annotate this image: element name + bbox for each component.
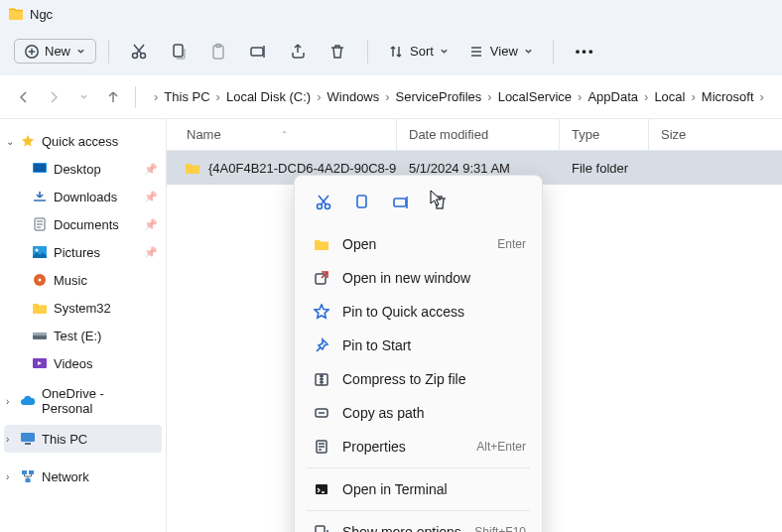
column-type[interactable]: Type bbox=[560, 119, 649, 150]
breadcrumb[interactable]: › This PC› Local Disk (C:)› Windows› Ser… bbox=[148, 87, 768, 106]
ctx-cut-button[interactable] bbox=[307, 186, 340, 219]
copy-button[interactable] bbox=[161, 34, 196, 69]
new-button[interactable]: New bbox=[14, 39, 96, 64]
chevron-down-icon bbox=[76, 47, 85, 56]
breadcrumb-item[interactable]: Ngc bbox=[766, 87, 768, 106]
downloads-icon bbox=[32, 190, 48, 203]
paste-button[interactable] bbox=[200, 34, 236, 69]
svg-rect-31 bbox=[316, 526, 325, 532]
more-button[interactable]: ••• bbox=[566, 40, 605, 63]
quick-access-group[interactable]: ⌄ Quick access bbox=[4, 127, 162, 155]
cloud-icon bbox=[20, 394, 36, 408]
svg-rect-8 bbox=[34, 164, 46, 172]
plus-icon bbox=[25, 45, 39, 59]
breadcrumb-item[interactable]: Local bbox=[650, 87, 689, 106]
sidebar-item-pictures[interactable]: Pictures📌 bbox=[4, 238, 162, 266]
column-name[interactable]: Name⌃ bbox=[167, 119, 397, 150]
ctx-open-new-window[interactable]: Open in new window bbox=[301, 261, 536, 295]
network-icon bbox=[20, 469, 36, 483]
separator bbox=[135, 86, 136, 108]
breadcrumb-item[interactable]: LocalService bbox=[494, 87, 576, 106]
ctx-open[interactable]: OpenEnter bbox=[301, 227, 536, 261]
sidebar-item-videos[interactable]: Videos bbox=[4, 349, 162, 377]
videos-icon bbox=[32, 356, 48, 370]
svg-point-22 bbox=[318, 204, 323, 209]
nav-row: › This PC› Local Disk (C:)› Windows› Ser… bbox=[0, 75, 782, 119]
sort-indicator-icon: ⌃ bbox=[281, 130, 288, 139]
forward-button[interactable] bbox=[44, 87, 64, 107]
cut-button[interactable] bbox=[121, 34, 157, 69]
chevron-right-icon: › bbox=[6, 471, 18, 482]
ctx-pin-quick-access[interactable]: Pin to Quick access bbox=[301, 295, 536, 329]
share-button[interactable] bbox=[280, 34, 316, 69]
drive-icon bbox=[32, 329, 48, 342]
quick-access-label: Quick access bbox=[42, 134, 118, 149]
ctx-pin-start[interactable]: Pin to Start bbox=[301, 329, 536, 362]
ctx-copy-path[interactable]: Copy as path bbox=[301, 396, 536, 430]
sidebar-item-music[interactable]: Music bbox=[4, 266, 162, 294]
ctx-open-terminal[interactable]: Open in Terminal bbox=[301, 472, 536, 506]
terminal-icon bbox=[311, 481, 332, 497]
titlebar: Ngc bbox=[0, 0, 782, 28]
file-type: File folder bbox=[560, 161, 649, 176]
sidebar: ⌄ Quick access Desktop📌 Downloads📌 Docum… bbox=[0, 119, 167, 532]
chevron-down-icon: ⌄ bbox=[6, 136, 18, 147]
back-button[interactable] bbox=[14, 87, 34, 107]
copy-path-icon bbox=[311, 405, 332, 421]
separator bbox=[553, 40, 554, 64]
ctx-properties[interactable]: PropertiesAlt+Enter bbox=[301, 430, 536, 464]
svg-rect-17 bbox=[21, 433, 35, 442]
ctx-show-more[interactable]: Show more optionsShift+F10 bbox=[301, 515, 536, 532]
breadcrumb-item[interactable]: AppData bbox=[584, 87, 642, 106]
breadcrumb-item[interactable]: This PC bbox=[160, 87, 213, 106]
context-icon-row bbox=[301, 182, 536, 227]
view-icon bbox=[468, 44, 484, 60]
ctx-copy-button[interactable] bbox=[345, 186, 379, 219]
column-size[interactable]: Size bbox=[649, 119, 782, 150]
sidebar-item-desktop[interactable]: Desktop📌 bbox=[4, 155, 162, 183]
pin-icon: 📌 bbox=[144, 246, 158, 259]
breadcrumb-item[interactable]: Windows bbox=[324, 87, 384, 106]
recent-button[interactable] bbox=[73, 87, 93, 107]
breadcrumb-item[interactable]: Local Disk (C:) bbox=[222, 87, 315, 106]
column-headers: Name⌃ Date modified Type Size bbox=[167, 119, 782, 151]
column-date[interactable]: Date modified bbox=[397, 119, 560, 150]
delete-button[interactable] bbox=[320, 34, 355, 69]
zip-icon bbox=[311, 371, 332, 387]
chevron-right-icon: › bbox=[6, 396, 18, 407]
sidebar-item-this-pc[interactable]: ›This PC bbox=[4, 425, 162, 453]
context-menu: OpenEnter Open in new window Pin to Quic… bbox=[294, 175, 543, 532]
sort-label: Sort bbox=[410, 44, 434, 59]
sidebar-item-onedrive[interactable]: ›OneDrive - Personal bbox=[4, 387, 162, 415]
chevron-right-icon: › bbox=[154, 89, 158, 104]
sort-icon bbox=[388, 44, 404, 60]
sidebar-item-downloads[interactable]: Downloads📌 bbox=[4, 183, 162, 210]
sidebar-item-system32[interactable]: System32 bbox=[4, 294, 162, 322]
music-icon bbox=[32, 273, 48, 287]
chevron-down-icon bbox=[524, 47, 533, 56]
separator bbox=[108, 40, 109, 64]
view-button[interactable]: View bbox=[460, 40, 541, 64]
folder-icon bbox=[32, 301, 48, 315]
folder-icon bbox=[185, 161, 200, 175]
toolbar: New Sort View ••• bbox=[0, 28, 782, 75]
sidebar-item-test-drive[interactable]: Test (E:) bbox=[4, 322, 162, 349]
svg-rect-24 bbox=[357, 196, 366, 207]
sort-button[interactable]: Sort bbox=[380, 40, 456, 64]
separator bbox=[307, 510, 530, 511]
svg-point-23 bbox=[326, 204, 330, 209]
sidebar-item-documents[interactable]: Documents📌 bbox=[4, 210, 162, 238]
ctx-compress-zip[interactable]: Compress to Zip file bbox=[301, 362, 536, 396]
svg-rect-18 bbox=[25, 443, 31, 445]
view-label: View bbox=[490, 44, 518, 59]
sidebar-item-network[interactable]: ›Network bbox=[4, 463, 162, 490]
star-icon bbox=[20, 134, 36, 148]
svg-point-11 bbox=[36, 249, 39, 252]
ctx-rename-button[interactable] bbox=[384, 186, 418, 219]
rename-button[interactable] bbox=[240, 34, 276, 69]
up-button[interactable] bbox=[103, 87, 123, 107]
svg-rect-25 bbox=[394, 199, 406, 206]
pc-icon bbox=[20, 432, 36, 446]
breadcrumb-item[interactable]: Microsoft bbox=[698, 87, 758, 106]
breadcrumb-item[interactable]: ServiceProfiles bbox=[392, 87, 486, 106]
